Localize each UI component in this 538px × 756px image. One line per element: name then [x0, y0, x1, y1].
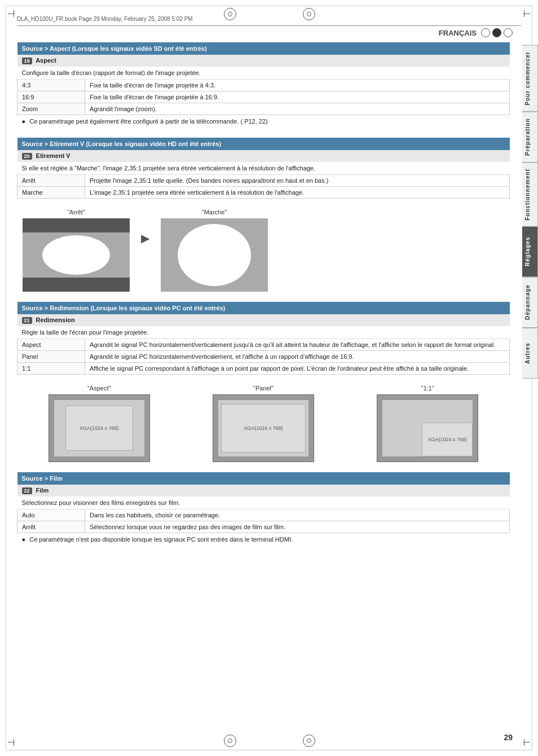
aspect-key-43: 4:3 — [17, 80, 85, 91]
language-label: FRANÇAIS — [439, 29, 477, 37]
corner-mark-bl — [8, 737, 19, 748]
etirement-illustrations: "Arrêt" ▶ "Marche" — [17, 209, 510, 292]
bullet-icon-film: ● — [22, 536, 26, 543]
redim-row-11: 1:1 Affiche le signal PC correspondant à… — [17, 363, 510, 375]
redim-key-panel: Panel — [17, 351, 85, 363]
section-aspect-note: ● Ce paramétrage peut également être con… — [17, 115, 510, 128]
film-row-auto: Auto Dans les cas habituels, choisir ce … — [17, 509, 510, 521]
aspect-row-169: 16:9 Fixe la taille d'écran de l'image p… — [17, 91, 510, 103]
circle-empty — [481, 28, 490, 37]
pc-frame-panel: XGA(1024 x 768) — [213, 394, 314, 462]
main-content: Source > Aspect (Lorsque les signaux vid… — [17, 42, 510, 733]
circle-filled — [492, 28, 501, 37]
pc-illus-panel-label: "Panel" — [184, 385, 342, 392]
section-film-desc: Sélectionnez pour visionner des films en… — [17, 496, 510, 509]
aspect-note-text: Ce paramétrage peut également être confi… — [29, 118, 268, 125]
section-aspect-number: 19 — [22, 58, 32, 64]
pc-illus-aspect: "Aspect" XGA(1024 x 768) — [20, 385, 178, 462]
section-aspect-header: Source > Aspect (Lorsque les signaux vid… — [17, 42, 510, 55]
header-circles — [481, 28, 513, 37]
xga-label-aspect: XGA(1024 x 768) — [65, 406, 133, 451]
tab-preparation[interactable]: Préparation — [522, 112, 538, 162]
section-redimension-title-row: 21 Redimension — [17, 314, 510, 326]
film-key-auto: Auto — [17, 509, 85, 521]
tab-depannage[interactable]: Dépannage — [522, 277, 538, 328]
pc-illustrations: "Aspect" XGA(1024 x 768) "Panel" XGA(102… — [17, 385, 510, 462]
section-aspect-table: Source > Aspect (Lorsque les signaux vid… — [17, 42, 510, 128]
pc-illus-aspect-label: "Aspect" — [20, 385, 178, 392]
section-redimension-table: Source > Redimension (Lorsque les signau… — [17, 302, 510, 375]
section-etirement-title: Etirement V — [36, 152, 70, 159]
tab-fonctionnement[interactable]: Fonctionnement — [522, 162, 538, 227]
section-redimension-header: Source > Redimension (Lorsque les signau… — [17, 302, 510, 314]
film-key-arret: Arrêt — [17, 521, 85, 533]
illus-arret-frame — [23, 218, 130, 292]
tab-pour-commencer[interactable]: Pour commencer — [522, 45, 538, 112]
xga-label-11: XGA(1024 x 768) — [422, 423, 473, 456]
film-note-text: Ce paramétrage n'est pas disponible lors… — [29, 536, 293, 543]
section-redimension-number: 21 — [22, 317, 32, 324]
etirement-row-marche: Marche L'image 2,35:1 projetée sera étir… — [17, 187, 510, 199]
etirement-val-marche: L'image 2,35:1 projetée sera étirée vert… — [85, 187, 510, 199]
pc-illus-11: "1:1" XGA(1024 x 768) — [349, 385, 507, 462]
redim-key-aspect: Aspect — [17, 339, 85, 351]
top-bar: DLA_HD100U_FR.book Page 29 Monday, Febru… — [17, 12, 521, 26]
illus-arret-block: "Arrêt" — [23, 209, 130, 292]
redim-key-11: 1:1 — [17, 363, 85, 375]
tab-reglages[interactable]: Réglages — [522, 226, 538, 277]
section-film-title: Film — [36, 487, 49, 494]
arrow-icon: ▶ — [141, 231, 149, 245]
pc-frame-aspect: XGA(1024 x 768) — [48, 394, 150, 462]
aspect-row-43: 4:3 Fixe la taille d'écran de l'image pr… — [17, 80, 510, 91]
page-number: 29 — [504, 733, 513, 742]
reg-circle-bottom-left — [224, 735, 236, 747]
section-aspect-desc: Configure la taille d'écran (rapport de … — [17, 67, 510, 80]
etirement-val-arret: Projette l'image 2,35:1 telle quelle. (D… — [85, 175, 510, 187]
aspect-key-169: 16:9 — [17, 91, 85, 103]
film-val-auto: Dans les cas habituels, choisir ce param… — [85, 509, 510, 521]
aspect-row-zoom: Zoom Agrandit l'image (zoom). — [17, 103, 510, 115]
illus-marche-label: "Marche" — [161, 209, 268, 216]
aspect-val-zoom: Agrandit l'image (zoom). — [85, 103, 510, 115]
film-val-arret: Sélectionnez lorsque vous ne regardez pa… — [85, 521, 510, 533]
pc-illus-11-label: "1:1" — [349, 385, 507, 392]
section-film-number: 22 — [22, 487, 32, 494]
section-aspect-title-row: 19 Aspect — [17, 55, 510, 67]
illus-marche-block: "Marche" — [161, 209, 268, 292]
etirement-row-arret: Arrêt Projette l'image 2,35:1 telle quel… — [17, 175, 510, 187]
section-etirement-table: Source > Etirement V (Lorsque les signau… — [17, 138, 510, 199]
side-tabs: Pour commencer Préparation Fonctionnemen… — [522, 45, 538, 379]
section-film-table: Source > Film 22 Film Sélectionnez pour … — [17, 472, 510, 546]
etirement-key-marche: Marche — [17, 187, 85, 199]
redim-val-11: Affiche le signal PC correspondant à l'a… — [85, 363, 510, 375]
section-film-header: Source > Film — [17, 472, 510, 485]
illus-arret-label: "Arrêt" — [23, 209, 130, 216]
redim-row-panel: Panel Agrandit le signal PC horizontalem… — [17, 351, 510, 363]
redim-val-panel: Agrandit le signal PC horizontalement/ve… — [85, 351, 510, 363]
bullet-icon: ● — [22, 118, 26, 125]
section-etirement-title-row: 20 Etirement V — [17, 150, 510, 162]
section-redimension-desc: Règle la taille de l'écran pour l'image … — [17, 326, 510, 339]
circle-empty2 — [504, 28, 513, 37]
etirement-key-arret: Arrêt — [17, 175, 85, 187]
redim-val-aspect: Agrandit le signal PC horizontalement/ve… — [85, 339, 510, 351]
file-info: DLA_HD100U_FR.book Page 29 Monday, Febru… — [17, 16, 193, 22]
language-header: FRANÇAIS — [439, 28, 513, 37]
section-etirement-desc: Si elle est réglée à "Marche", l'image 2… — [17, 162, 510, 175]
aspect-val-43: Fixe la taille d'écran de l'image projet… — [85, 80, 510, 91]
pc-frame-11: XGA(1024 x 768) — [377, 394, 478, 462]
section-aspect-title: Aspect — [36, 57, 56, 64]
aspect-key-zoom: Zoom — [17, 103, 85, 115]
section-etirement-header: Source > Etirement V (Lorsque les signau… — [17, 138, 510, 150]
illus-marche-frame — [161, 218, 268, 292]
arrow-block: ▶ — [141, 209, 149, 245]
section-film-note: ● Ce paramétrage n'est pas disponible lo… — [17, 533, 510, 546]
section-film-title-row: 22 Film — [17, 485, 510, 496]
tab-autres[interactable]: Autres — [522, 328, 538, 379]
aspect-val-169: Fixe la taille d'écran de l'image projet… — [85, 91, 510, 103]
corner-mark-br — [519, 737, 530, 748]
pc-illus-panel: "Panel" XGA(1024 x 768) — [184, 385, 342, 462]
xga-label-panel: XGA(1024 x 768) — [221, 404, 306, 452]
redim-row-aspect: Aspect Agrandit le signal PC horizontale… — [17, 339, 510, 351]
section-redimension-title: Redimension — [36, 317, 75, 323]
